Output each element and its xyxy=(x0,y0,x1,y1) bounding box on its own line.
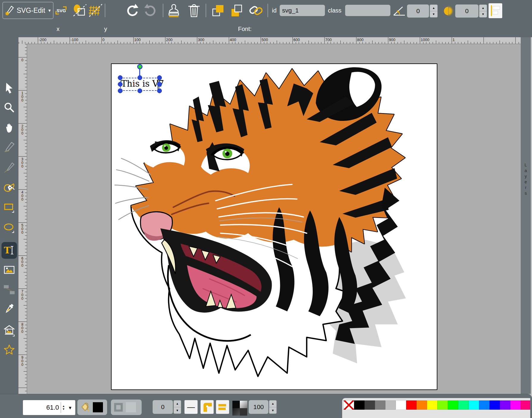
zoom-tool[interactable] xyxy=(3,102,15,114)
selection-handle-n[interactable] xyxy=(137,75,142,80)
ruler-tick xyxy=(25,335,27,335)
path-tool[interactable] xyxy=(3,183,15,194)
toolbar-separator xyxy=(105,4,105,17)
layers-panel-toggle[interactable]: L a y e r s xyxy=(521,37,531,394)
ruler-tick xyxy=(420,37,420,44)
svg-canvas[interactable] xyxy=(111,63,437,390)
ruler-tick xyxy=(248,42,248,44)
main-menu-button[interactable]: SVG-Edit ▼ xyxy=(2,2,54,19)
ruler-tick xyxy=(25,295,27,295)
ruler-tick xyxy=(25,133,27,133)
stroke-linejoin-button[interactable] xyxy=(201,400,214,414)
stroke-dash-button[interactable]: — xyxy=(184,400,198,414)
star-tool[interactable] xyxy=(3,344,15,356)
palette-swatch[interactable] xyxy=(385,400,396,410)
ruler-tick xyxy=(372,40,373,44)
stroke-linecap-button[interactable] xyxy=(216,400,229,414)
undo-button[interactable] xyxy=(125,3,139,18)
undo-icon xyxy=(125,4,139,17)
palette-swatch[interactable] xyxy=(448,400,458,410)
palette-swatch[interactable] xyxy=(375,400,385,410)
blur-input[interactable] xyxy=(455,4,478,18)
fill-color-swatch[interactable] xyxy=(93,402,103,412)
document-properties-button[interactable] xyxy=(73,3,87,18)
eyedropper-tool[interactable] xyxy=(3,303,15,315)
stroke-width-input[interactable] xyxy=(153,400,173,414)
palette-swatch[interactable] xyxy=(354,400,364,410)
palette-swatch[interactable] xyxy=(396,400,406,410)
redo-button[interactable] xyxy=(143,3,158,18)
connector-icon xyxy=(3,283,15,296)
ruler-label: 0 xyxy=(20,58,25,62)
drawing-workspace[interactable]: -200-10001002003004005006007008009001000… xyxy=(18,37,521,394)
palette-swatch[interactable] xyxy=(510,400,521,410)
selection-handle-s[interactable] xyxy=(137,88,142,93)
angle-stepper[interactable]: ▲▼ xyxy=(430,4,438,18)
zoom-dropdown-caret-icon[interactable]: ▼ xyxy=(66,405,75,410)
selection-handle-w[interactable] xyxy=(118,82,123,87)
element-class-input[interactable] xyxy=(345,5,390,16)
rotate-handle[interactable] xyxy=(137,64,143,69)
palette-swatch[interactable] xyxy=(469,400,479,410)
stroke-width-stepper[interactable]: ▲▼ xyxy=(173,400,181,414)
selection-handle-sw[interactable] xyxy=(118,88,123,93)
selection-handle-ne[interactable] xyxy=(157,75,162,80)
ellipse-tool[interactable] xyxy=(3,222,15,234)
select-tool[interactable] xyxy=(3,82,15,94)
connector-tool[interactable] xyxy=(3,284,15,296)
ruler-tick xyxy=(229,37,229,44)
palette-swatch[interactable] xyxy=(417,400,427,410)
pencil-tool[interactable] xyxy=(3,141,15,153)
tiger-artwork[interactable] xyxy=(112,64,437,389)
selection-handle-nw[interactable] xyxy=(118,75,123,80)
stroke-color-swatch[interactable] xyxy=(126,402,136,412)
source-icon: SVG xyxy=(54,4,68,16)
angle-input[interactable] xyxy=(407,4,429,18)
text-tool[interactable]: T xyxy=(3,244,15,256)
palette-swatch[interactable] xyxy=(458,400,469,410)
zoom-stepper[interactable]: ▲▼ xyxy=(61,402,66,413)
opacity-input[interactable] xyxy=(249,400,268,414)
ruler-tick xyxy=(359,42,360,44)
blur-stepper[interactable]: ▲▼ xyxy=(479,4,487,18)
palette-swatch[interactable] xyxy=(479,400,489,410)
edit-source-button[interactable]: SVG xyxy=(54,4,68,17)
zoom-control[interactable]: 61.0 ▲▼ ▼ xyxy=(23,400,75,415)
move-to-front-button[interactable] xyxy=(211,3,225,18)
palette-swatch[interactable] xyxy=(521,400,530,410)
element-id-input[interactable] xyxy=(280,5,325,16)
palette-swatch[interactable] xyxy=(500,400,510,410)
ruler-tick xyxy=(111,42,111,44)
ruler-tick xyxy=(28,42,29,44)
palette-swatch[interactable] xyxy=(437,400,448,410)
rectangle-tool[interactable] xyxy=(3,202,15,213)
palette-swatch[interactable] xyxy=(344,400,354,410)
editor-preferences-button[interactable] xyxy=(88,3,103,18)
palette-swatch[interactable] xyxy=(406,400,417,410)
ruler-tick xyxy=(429,42,430,44)
select-arrow-icon xyxy=(3,82,15,94)
ruler-tick xyxy=(216,42,216,44)
palette-swatch[interactable] xyxy=(489,400,500,410)
ruler-tick xyxy=(25,298,27,299)
align-button[interactable] xyxy=(489,3,502,18)
ruler-tick xyxy=(468,40,468,44)
delete-button[interactable] xyxy=(187,3,201,18)
palette-swatch[interactable] xyxy=(364,400,375,410)
palette-swatch[interactable] xyxy=(427,400,437,410)
hyperlink-button[interactable] xyxy=(249,3,263,18)
opacity-stepper[interactable]: ▲▼ xyxy=(269,400,277,414)
vertical-scrollbar[interactable] xyxy=(531,37,532,418)
move-to-back-button[interactable] xyxy=(230,3,244,18)
stroke-color-control[interactable] xyxy=(111,400,142,415)
selection-handle-e[interactable] xyxy=(157,82,162,87)
selection-handle-se[interactable] xyxy=(157,88,162,93)
stamp-icon xyxy=(167,4,180,17)
pan-tool[interactable] xyxy=(3,122,15,134)
clone-button[interactable] xyxy=(167,3,181,18)
image-tool[interactable] xyxy=(3,264,15,276)
line-tool[interactable] xyxy=(3,162,15,174)
shape-library-tool[interactable] xyxy=(3,325,15,336)
opacity-gradient-button[interactable] xyxy=(232,401,247,416)
fill-color-control[interactable] xyxy=(77,400,107,415)
